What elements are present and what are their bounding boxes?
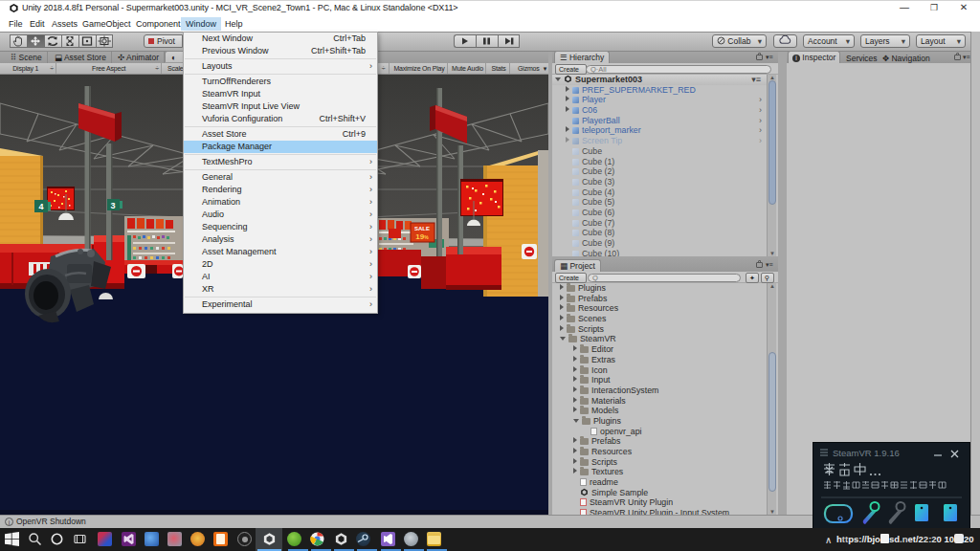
svg-text:4: 4	[38, 202, 43, 211]
svg-text:19%: 19%	[415, 232, 429, 241]
svg-text:SALE: SALE	[414, 226, 430, 231]
svg-text:SteamVR 1.9.16: SteamVR 1.9.16	[833, 448, 900, 458]
svg-text:3: 3	[110, 201, 115, 210]
